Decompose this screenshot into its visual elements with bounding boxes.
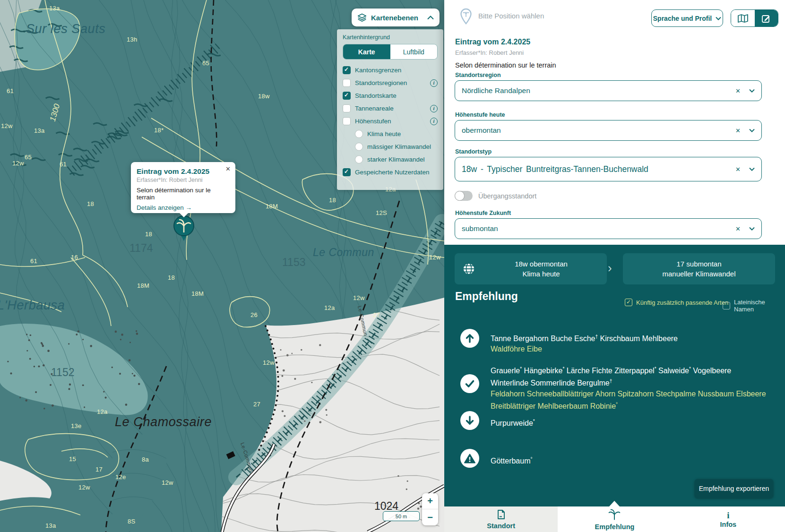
chevron-down-icon [716,17,721,20]
recommendation-section: 18w obermontan Klima heute › 17 submonta… [444,245,785,506]
climate-future-text: 17 submontan manueller Klimawandel [623,259,775,279]
map-label: Le Commun [313,246,374,258]
layer-row-starker-klimawandel[interactable]: starker Klimawandel [343,153,438,166]
field-label-standortstyp: Standortstyp [455,148,492,155]
active-tab-caret [609,501,620,506]
tab-label: Empfehlung [595,523,635,531]
map-label: 12w [1,122,13,129]
map-label: L'Herbausa [0,298,65,312]
latin-names-checkbox[interactable]: Lateinische Namen [723,299,785,313]
map-label: 65 [25,154,32,161]
basemap-segmented-control: Karte Luftbild [343,44,438,60]
globe-icon [462,262,475,275]
layer-label: Gespeicherte Nutzerdaten [355,169,430,176]
clear-icon[interactable]: ✕ [735,225,741,232]
layer-row-standortsregionen[interactable]: Standortsregioneni [343,77,438,89]
map-label: 65 [202,60,209,67]
chevron-down-icon[interactable] [749,167,755,171]
standortstyp-select[interactable]: 18w - Typischer Buntreitgras-Tannen-Buch… [455,157,762,181]
tab-label: Infos [720,521,737,528]
checkbox-unchecked-icon[interactable] [343,79,351,87]
clear-icon[interactable]: ✕ [735,166,741,173]
bottom-navigation: StandortEmpfehlungiInfos [444,506,785,532]
checkbox-checked-icon[interactable] [343,66,351,74]
map-label: 12w [429,254,441,261]
radio-icon[interactable] [355,155,363,163]
chevron-down-icon[interactable] [749,129,755,132]
checkbox-unchecked-icon[interactable] [343,104,351,112]
zoom-out-button[interactable]: − [422,509,438,525]
field-label-standortsregion: Standortsregion [455,72,501,78]
map-layers-button[interactable]: Kartenebenen [352,9,440,26]
layer-row-h-henstufen[interactable]: Höhenstufeni [343,115,438,128]
map-label: 12w [78,484,90,491]
map-label: 27 [373,311,380,318]
hoehenstufe-heute-select[interactable]: obermontan ✕ [455,120,762,141]
popup-close-icon[interactable]: ✕ [225,165,231,172]
layer-row-m-ssiger-klimawandel[interactable]: mässiger Klimawandel [343,140,438,153]
tab-standort[interactable]: Standort [444,506,558,532]
layer-label: Standortskarte [355,92,397,99]
map-label: 1174 [129,242,153,254]
export-recommendation-button[interactable]: Empfehlung exportieren [695,479,773,498]
app-window: Sur les SautsL'HerbausaLe ChamossaireLe … [0,0,785,532]
checkbox-unchecked-icon[interactable] [343,117,351,125]
layer-row-standortskarte[interactable]: Standortskarte [343,89,438,102]
recommendation-title: Empfehlung [455,290,518,303]
map-icon [737,14,749,23]
layer-row-klima-heute[interactable]: Klima heute [343,128,438,140]
map-label: 12e [115,473,126,481]
chevron-right-icon: › [608,261,612,275]
popup-details-link[interactable]: Details anzeigen → [137,204,230,211]
map-label: 18 [168,274,175,281]
map-label: 8S [128,518,136,525]
map-view-button[interactable] [731,10,755,26]
field-label-hoehenstufe-zukunft: Höhenstufe Zukunft [455,210,511,216]
layer-row-gespeicherte-nutzerdaten[interactable]: Gespeicherte Nutzerdaten [343,166,438,179]
radio-icon[interactable] [355,143,363,151]
chevron-up-icon [427,16,434,20]
layers-icon [357,13,367,22]
basemap-option-karte[interactable]: Karte [343,44,390,59]
layer-row-tannenareale[interactable]: Tannenarealei [343,102,438,115]
map-area[interactable]: Sur les SautsL'HerbausaLe ChamossaireLe … [0,0,444,532]
hoehenstufe-zukunft-select[interactable]: submontan ✕ [455,218,762,239]
zoom-in-button[interactable]: + [422,493,438,509]
future-species-checkbox[interactable]: Künftig zusätzlich passende Arten [625,299,728,306]
tab-infos[interactable]: iInfos [672,506,785,532]
language-profile-button[interactable]: Sprache und Profil [651,9,723,27]
map-label: 1153 [282,256,305,268]
radio-icon[interactable] [355,130,363,138]
standortsregion-select[interactable]: Nördliche Randalpen ✕ [455,80,762,101]
checkbox-checked-icon[interactable] [343,92,351,100]
check-icon [460,374,479,393]
species-row: Götterbaum° [491,454,769,466]
map-label: 12S [376,209,387,216]
map-entry-popup: Eintrag vom 2.4.2025 Erfasser*In: Robert… [131,162,235,213]
checkbox-icon [723,302,730,309]
map-label: 12a [97,408,108,415]
chevron-down-icon[interactable] [749,89,755,93]
uebergangsstandort-toggle[interactable] [455,191,473,201]
map-label: 1152 [51,366,74,378]
climate-today-chip[interactable]: 18w obermontan Klima heute [455,253,607,284]
popup-note: Selon détermination sur le terrain [137,187,230,201]
clear-icon[interactable]: ✕ [735,127,741,134]
standortsregion-value: Nördliche Randalpen [462,86,735,95]
entry-author: Erfasser*In: Robert Jenni [455,49,524,56]
edit-view-button[interactable] [755,10,778,26]
map-label: 18w [258,93,270,100]
climate-future-chip[interactable]: 17 submontan manueller Klimawandel [623,253,775,284]
chevron-down-icon[interactable] [749,227,755,231]
basemap-option-luftbild[interactable]: Luftbild [390,44,438,59]
checkbox-checked-icon[interactable] [343,168,351,176]
info-icon[interactable]: i [430,105,438,112]
info-icon[interactable]: i [430,118,438,125]
info-icon[interactable]: i [430,79,438,87]
layer-row-kantonsgrenzen[interactable]: Kantonsgrenzen [343,64,438,77]
chip-line2: manueller Klimawandel [623,269,775,279]
tab-empfehlung[interactable]: Empfehlung [558,506,671,532]
layer-label: Standortsregionen [355,79,407,86]
clear-icon[interactable]: ✕ [735,87,741,94]
map-zoom-control: + − [422,493,438,525]
